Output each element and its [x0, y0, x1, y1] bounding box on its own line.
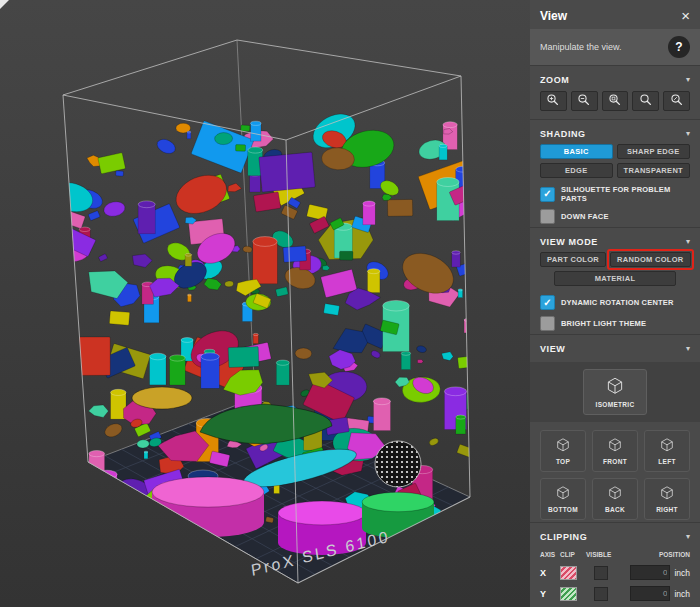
panel-subtitle-row: Manipulate the view. ?	[530, 29, 700, 65]
checkbox-label: DYNAMIC ROTATION CENTER	[561, 298, 674, 307]
checkbox-dynamic-rotation[interactable]: ✓ DYNAMIC ROTATION CENTER	[530, 292, 700, 313]
zoom-out-button[interactable]	[571, 91, 598, 111]
view-bottom-button[interactable]: BOTTOM	[540, 478, 586, 520]
dynamic-rotation-checkbox[interactable]: ✓	[540, 295, 555, 310]
section-header-zoom[interactable]: ZOOM ▾	[530, 65, 700, 90]
clipping-table-header: AXIS CLIP VISIBLE POSITION	[540, 549, 690, 562]
clip-x-position-input[interactable]	[630, 565, 670, 580]
view-button-label: FRONT	[603, 458, 627, 465]
view-right-button[interactable]: RIGHT	[644, 478, 690, 520]
col-header-visible: VISIBLE	[586, 551, 626, 558]
zoom-in-icon	[546, 93, 560, 110]
material-button-wrap: MATERIAL	[530, 267, 700, 288]
section-header-view-mode[interactable]: VIEW MODE ▾	[530, 227, 700, 252]
zoom-fit-icon	[639, 93, 653, 110]
zoom-window-button[interactable]	[602, 91, 629, 111]
view-button-label: BACK	[605, 506, 625, 513]
zoom-window-icon	[608, 93, 622, 110]
zoom-in-button[interactable]	[540, 91, 567, 111]
part-color-button[interactable]: PART COLOR	[540, 252, 606, 267]
view-left-button[interactable]: LEFT	[644, 430, 690, 472]
bright-theme-checkbox[interactable]	[540, 316, 555, 331]
random-color-button[interactable]: RANDOM COLOR	[610, 252, 691, 267]
view-button-label: TOP	[556, 458, 570, 465]
material-button[interactable]: MATERIAL	[554, 271, 676, 286]
shading-sharp-edge-button[interactable]: SHARP EDGE	[617, 144, 690, 159]
view-button-label: ISOMETRIC	[596, 401, 635, 408]
close-icon[interactable]: ×	[681, 8, 690, 23]
view-top-button[interactable]: TOP	[540, 430, 586, 472]
view-button-label: BOTTOM	[548, 506, 578, 513]
chevron-down-icon[interactable]: ▾	[686, 130, 690, 138]
check-icon: ✓	[543, 298, 551, 308]
panel-subtitle: Manipulate the view.	[540, 42, 622, 52]
clip-y-swatch[interactable]	[560, 587, 577, 601]
cube-icon	[607, 485, 623, 504]
view-button-label: RIGHT	[656, 506, 678, 513]
section-header-view[interactable]: VIEW ▾	[530, 334, 700, 359]
help-icon[interactable]: ?	[668, 36, 690, 58]
scene-svg: ProX SLS 6100	[0, 0, 530, 607]
clip-y-visible-checkbox[interactable]	[594, 587, 608, 601]
viewport-corner-marker	[0, 0, 9, 9]
view-back-button[interactable]: BACK	[592, 478, 638, 520]
clip-y-position-input[interactable]	[630, 586, 670, 601]
cube-icon	[555, 437, 571, 456]
cube-icon	[659, 485, 675, 504]
unit-label: inch	[674, 589, 690, 599]
checkbox-bright-theme[interactable]: BRIGHT LIGHT THEME	[530, 313, 700, 334]
unit-label: inch	[674, 568, 690, 578]
section-header-shading[interactable]: SHADING ▾	[530, 119, 700, 144]
chevron-down-icon[interactable]: ▾	[686, 533, 690, 541]
view-buttons-grid: TOP FRONT LEFT BOTTOM BACK RIGHT	[530, 422, 700, 522]
view-mode-buttons: PART COLOR RANDOM COLOR	[530, 252, 700, 267]
shading-transparent-button[interactable]: TRANSPARENT	[617, 163, 690, 178]
zoom-selection-button[interactable]	[663, 91, 690, 111]
axis-label: X	[540, 568, 560, 578]
shading-buttons: BASIC SHARP EDGE EDGE TRANSPARENT	[530, 144, 700, 178]
clip-row-y: Y inch	[540, 583, 690, 604]
cube-icon	[659, 437, 675, 456]
viewport-3d[interactable]: ProX SLS 6100	[0, 0, 530, 607]
col-header-position: POSITION	[626, 551, 690, 558]
checkbox-down-face[interactable]: DOWN FACE	[530, 206, 700, 227]
section-label: VIEW MODE	[540, 237, 598, 247]
position-cell: inch	[626, 565, 690, 580]
section-label: CLIPPING	[540, 532, 587, 542]
col-header-clip: CLIP	[560, 551, 586, 558]
section-label: VIEW	[540, 344, 565, 354]
section-header-clipping[interactable]: CLIPPING ▾	[530, 522, 700, 547]
checkbox-label: SILHOUETTE FOR PROBLEM PARTS	[561, 185, 690, 203]
shading-basic-button[interactable]: BASIC	[540, 144, 613, 159]
chevron-down-icon[interactable]: ▾	[686, 76, 690, 84]
section-label: ZOOM	[540, 75, 569, 85]
zoom-out-icon	[577, 93, 591, 110]
view-isometric-button[interactable]: ISOMETRIC	[583, 369, 647, 415]
panel-header: View ×	[530, 0, 700, 29]
checkbox-silhouette[interactable]: ✓ SILHOUETTE FOR PROBLEM PARTS	[530, 182, 700, 206]
cube-icon	[555, 485, 571, 504]
checkbox-label: BRIGHT LIGHT THEME	[561, 319, 646, 328]
chevron-down-icon[interactable]: ▾	[686, 345, 690, 353]
zoom-fit-button[interactable]	[632, 91, 659, 111]
section-label: SHADING	[540, 129, 586, 139]
zoom-selection-icon	[670, 93, 684, 110]
silhouette-checkbox[interactable]: ✓	[540, 187, 555, 202]
clip-x-visible-checkbox[interactable]	[594, 566, 608, 580]
view-front-button[interactable]: FRONT	[592, 430, 638, 472]
axis-label: Y	[540, 589, 560, 599]
down-face-checkbox[interactable]	[540, 209, 555, 224]
position-cell: inch	[626, 586, 690, 601]
random-color-highlight-wrap: RANDOM COLOR	[610, 252, 691, 267]
shading-edge-button[interactable]: EDGE	[540, 163, 613, 178]
panel-title: View	[540, 9, 567, 23]
zoom-toolbar	[530, 90, 700, 119]
clip-x-swatch[interactable]	[560, 566, 577, 580]
isometric-strip: ISOMETRIC	[530, 362, 700, 422]
col-header-axis: AXIS	[540, 551, 560, 558]
chevron-down-icon[interactable]: ▾	[686, 238, 690, 246]
view-panel: View × Manipulate the view. ? ZOOM ▾ SHA…	[530, 0, 700, 607]
cube-icon	[605, 376, 625, 399]
checkbox-label: DOWN FACE	[561, 212, 609, 221]
clip-row-x: X inch	[540, 562, 690, 583]
